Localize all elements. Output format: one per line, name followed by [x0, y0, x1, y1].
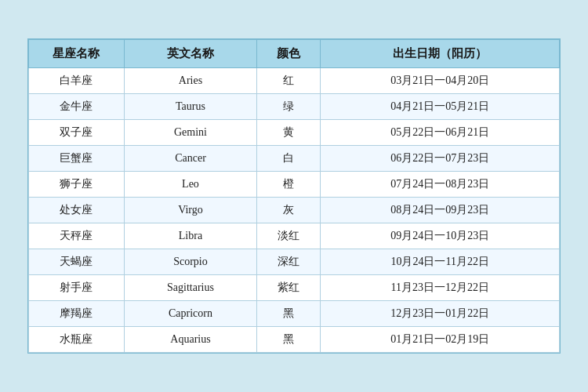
cell-color: 黑: [257, 301, 321, 327]
cell-english-name: Sagittarius: [124, 275, 256, 301]
cell-chinese-name: 天蝎座: [29, 249, 125, 275]
cell-english-name: Cancer: [124, 146, 256, 172]
table-row: 狮子座Leo橙07月24日一08月23日: [29, 172, 560, 198]
cell-english-name: Virgo: [124, 198, 256, 223]
cell-birth-date: 05月22日一06月21日: [321, 120, 560, 146]
table-row: 巨蟹座Cancer白06月22日一07月23日: [29, 146, 560, 172]
cell-chinese-name: 射手座: [29, 275, 125, 301]
table-row: 白羊座Aries红03月21日一04月20日: [29, 68, 560, 94]
cell-english-name: Aries: [124, 68, 256, 94]
table-row: 摩羯座Capricorn黑12月23日一01月22日: [29, 301, 560, 327]
cell-chinese-name: 双子座: [29, 120, 125, 146]
cell-birth-date: 08月24日一09月23日: [321, 198, 560, 223]
cell-color: 绿: [257, 94, 321, 120]
cell-color: 黑: [257, 327, 321, 353]
cell-english-name: Libra: [124, 223, 256, 249]
table-row: 水瓶座Aquarius黑01月21日一02月19日: [29, 327, 560, 353]
header-color: 颜色: [257, 40, 321, 68]
cell-color: 黄: [257, 120, 321, 146]
header-english-name: 英文名称: [124, 40, 256, 68]
cell-birth-date: 07月24日一08月23日: [321, 172, 560, 198]
zodiac-table-container: 星座名称 英文名称 颜色 出生日期（阳历） 白羊座Aries红03月21日一04…: [27, 38, 561, 354]
cell-birth-date: 06月22日一07月23日: [321, 146, 560, 172]
table-row: 双子座Gemini黄05月22日一06月21日: [29, 120, 560, 146]
cell-birth-date: 12月23日一01月22日: [321, 301, 560, 327]
cell-english-name: Aquarius: [124, 327, 256, 353]
table-row: 金牛座Taurus绿04月21日一05月21日: [29, 94, 560, 120]
cell-english-name: Leo: [124, 172, 256, 198]
cell-chinese-name: 处女座: [29, 198, 125, 223]
cell-color: 紫红: [257, 275, 321, 301]
cell-color: 红: [257, 68, 321, 94]
cell-chinese-name: 金牛座: [29, 94, 125, 120]
cell-color: 深红: [257, 249, 321, 275]
cell-birth-date: 11月23日一12月22日: [321, 275, 560, 301]
zodiac-table: 星座名称 英文名称 颜色 出生日期（阳历） 白羊座Aries红03月21日一04…: [28, 39, 560, 353]
cell-english-name: Taurus: [124, 94, 256, 120]
cell-color: 淡红: [257, 223, 321, 249]
cell-chinese-name: 天秤座: [29, 223, 125, 249]
header-birth-date: 出生日期（阳历）: [321, 40, 560, 68]
cell-chinese-name: 狮子座: [29, 172, 125, 198]
cell-english-name: Gemini: [124, 120, 256, 146]
cell-chinese-name: 摩羯座: [29, 301, 125, 327]
cell-english-name: Scorpio: [124, 249, 256, 275]
table-header-row: 星座名称 英文名称 颜色 出生日期（阳历）: [29, 40, 560, 68]
table-body: 白羊座Aries红03月21日一04月20日金牛座Taurus绿04月21日一0…: [29, 68, 560, 353]
cell-birth-date: 01月21日一02月19日: [321, 327, 560, 353]
table-row: 射手座Sagittarius紫红11月23日一12月22日: [29, 275, 560, 301]
cell-chinese-name: 白羊座: [29, 68, 125, 94]
cell-color: 白: [257, 146, 321, 172]
cell-chinese-name: 巨蟹座: [29, 146, 125, 172]
cell-birth-date: 03月21日一04月20日: [321, 68, 560, 94]
table-row: 天秤座Libra淡红09月24日一10月23日: [29, 223, 560, 249]
cell-chinese-name: 水瓶座: [29, 327, 125, 353]
table-row: 处女座Virgo灰08月24日一09月23日: [29, 198, 560, 223]
cell-color: 橙: [257, 172, 321, 198]
cell-birth-date: 04月21日一05月21日: [321, 94, 560, 120]
cell-birth-date: 09月24日一10月23日: [321, 223, 560, 249]
cell-birth-date: 10月24日一11月22日: [321, 249, 560, 275]
table-row: 天蝎座Scorpio深红10月24日一11月22日: [29, 249, 560, 275]
cell-color: 灰: [257, 198, 321, 223]
cell-english-name: Capricorn: [124, 301, 256, 327]
header-chinese-name: 星座名称: [29, 40, 125, 68]
